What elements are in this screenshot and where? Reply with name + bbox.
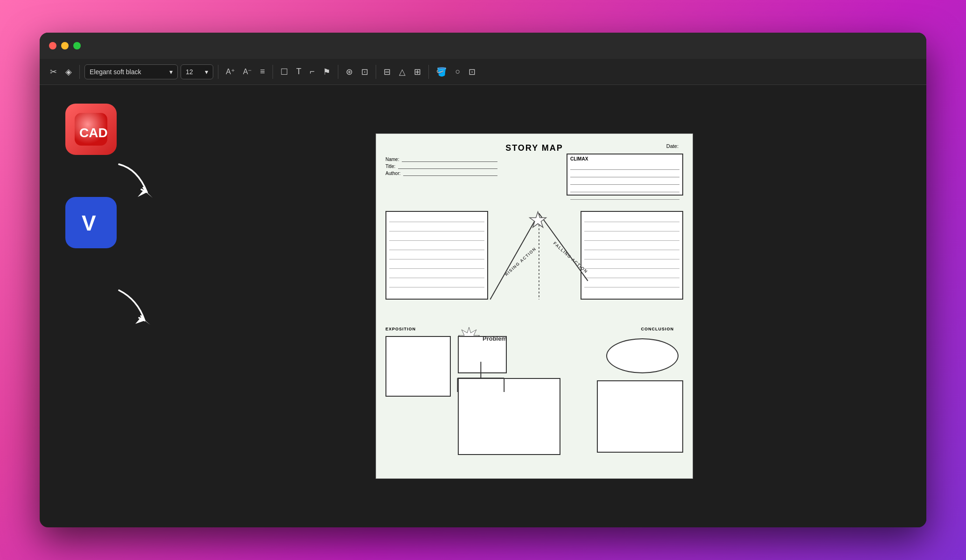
falling-action-box [581,211,683,300]
author-label: Author: [385,171,400,176]
triangle-icon[interactable]: △ [396,65,408,79]
arrow-2 [110,281,175,339]
svg-text:CAD: CAD [79,126,107,140]
resolution-oval [606,338,679,373]
svg-text:V: V [82,211,96,235]
layers-icon[interactable]: ⊛ [343,65,356,79]
canvas-area[interactable]: STORY MAP Date: Name: Title: Author: [142,85,926,527]
font-increase-icon[interactable]: A⁺ [223,65,238,78]
minimize-button[interactable] [61,42,69,49]
story-map-document: STORY MAP Date: Name: Title: Author: [376,133,693,479]
extended-crop-icon[interactable]: ⊞ [411,65,424,79]
font-size-value: 12 [186,68,193,76]
story-map-title: STORY MAP [385,143,683,153]
toolbar-divider-3 [273,65,273,79]
exposition-box [385,336,451,397]
svg-line-4 [490,213,539,299]
close-button[interactable] [49,42,56,49]
toolbar-divider-2 [218,65,218,79]
top-fields: Name: Title: Author: [385,156,497,177]
left-panel: CAD V [40,85,142,527]
cad-app-icon[interactable]: CAD [65,104,117,155]
climax-label: CLIMAX [567,154,682,163]
center-section: ★ RISING ACTION FALLING ACTION [385,202,683,309]
font-name: Elegant soft black [90,68,141,76]
author-line [403,170,497,176]
v-app-icon[interactable]: V [65,197,117,248]
app-window: ✂ ◈ Elegant soft black ▾ 12 ▾ A⁺ A⁻ ≡ ☐ … [40,33,926,527]
font-dropdown-icon: ▾ [169,68,173,76]
exposition-label: EXPOSITION [385,327,416,331]
conclusion-box [597,380,683,453]
name-label: Name: [385,157,399,162]
bottom-section: EXPOSITION Problem [385,324,683,469]
circle-icon[interactable]: ○ [452,65,463,78]
title-label: Title: [385,164,395,169]
date-label: Date: [666,143,679,149]
climax-box: CLIMAX [567,154,683,196]
pointer-icon[interactable]: ◈ [63,65,75,79]
toolbar-divider-1 [79,65,80,79]
title-line [398,163,497,169]
image-icon[interactable]: ⊡ [358,65,371,79]
climax-lines [567,163,682,200]
titlebar [40,33,926,59]
author-field: Author: [385,170,497,176]
center-bottom-box [458,378,560,455]
main-area: CAD V [40,85,926,527]
arrow-1 [110,155,175,213]
crop-icon[interactable]: ⊡ [466,65,478,79]
font-size-selector[interactable]: 12 ▾ [181,64,213,79]
align-icon[interactable]: ≡ [257,65,268,78]
name-line [402,156,497,162]
font-selector[interactable]: Elegant soft black ▾ [84,64,178,79]
text-icon[interactable]: T [294,65,304,78]
toolbar-divider-5 [376,65,376,79]
title-field: Title: [385,163,497,169]
toolbar: ✂ ◈ Elegant soft black ▾ 12 ▾ A⁺ A⁻ ≡ ☐ … [40,59,926,85]
path-icon[interactable]: ⌐ [307,65,318,78]
svg-text:★: ★ [528,208,547,232]
toolbar-divider-6 [428,65,429,79]
rectangle-icon[interactable]: ☐ [278,65,291,79]
font-decrease-icon[interactable]: A⁻ [240,65,255,78]
toolbar-divider-4 [338,65,338,79]
size-dropdown-icon: ▾ [205,68,208,76]
cut-icon[interactable]: ✂ [47,65,60,79]
conclusion-label: CONCLUSION [641,327,674,331]
flag-icon[interactable]: ⚑ [320,65,333,79]
paint-bucket-icon[interactable]: 🪣 [434,65,449,79]
svg-text:RISING ACTION: RISING ACTION [504,246,537,277]
rising-action-box [385,211,488,300]
align-distribute-icon[interactable]: ⊟ [381,65,393,79]
problem-text: Problem [483,335,507,342]
name-field: Name: [385,156,497,162]
maximize-button[interactable] [73,42,81,49]
